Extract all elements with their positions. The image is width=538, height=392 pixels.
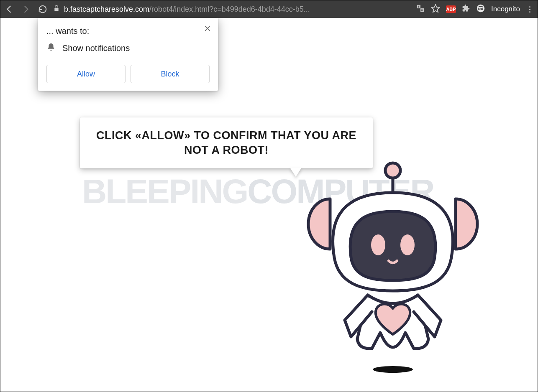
incognito-icon[interactable]	[476, 4, 485, 15]
address-bar[interactable]: b.fastcaptcharesolve.com/robot4/index.ht…	[53, 5, 410, 14]
permission-prompt-title: ... wants to:	[46, 26, 210, 36]
back-icon[interactable]	[5, 5, 14, 14]
close-icon[interactable]	[203, 24, 212, 33]
star-icon[interactable]	[431, 4, 440, 15]
abp-extension-icon[interactable]: ABP	[446, 5, 456, 13]
robot-illustration	[305, 153, 481, 379]
forward-icon[interactable]	[21, 5, 31, 14]
translate-icon[interactable]	[416, 4, 425, 15]
extensions-icon[interactable]	[462, 4, 470, 14]
speech-bubble-tail	[290, 168, 302, 177]
notification-permission-prompt: ... wants to: Show notifications Allow B…	[38, 18, 218, 91]
svg-point-1	[477, 5, 484, 12]
svg-point-10	[373, 366, 413, 373]
browser-menu-icon[interactable]	[526, 6, 533, 13]
watermark-part1: BLEEPING	[82, 172, 247, 210]
incognito-label: Incognito	[491, 5, 520, 13]
browser-toolbar: b.fastcaptcharesolve.com/robot4/index.ht…	[0, 0, 538, 18]
svg-point-9	[400, 234, 415, 255]
permission-item-label: Show notifications	[62, 43, 130, 53]
toolbar-right-group: ABP Incognito	[416, 4, 533, 15]
svg-point-8	[371, 234, 385, 255]
block-button[interactable]: Block	[131, 65, 210, 83]
bell-icon	[46, 43, 56, 54]
url-path: /robot4/index.html?c=b499ded6-4bd4-44cc-…	[149, 5, 310, 13]
url-host: b.fastcaptcharesolve.com	[64, 5, 149, 13]
lock-icon	[53, 5, 60, 14]
svg-marker-0	[432, 5, 439, 12]
permission-prompt-item: Show notifications	[46, 43, 210, 54]
reload-icon[interactable]	[38, 5, 47, 14]
nav-buttons-group	[5, 5, 47, 14]
allow-button[interactable]: Allow	[46, 65, 126, 83]
svg-point-7	[385, 163, 400, 178]
